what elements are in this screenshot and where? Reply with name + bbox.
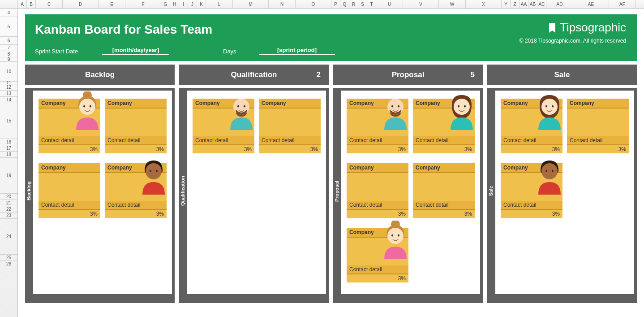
col-header-A[interactable]: A: [18, 0, 27, 9]
kanban-card[interactable]: CompanyContact detail3%: [501, 163, 562, 218]
svg-point-5: [150, 170, 151, 172]
col-header-O[interactable]: O: [296, 0, 331, 9]
col-header-AD[interactable]: AD: [546, 0, 573, 9]
row-header-5[interactable]: 5: [0, 17, 17, 37]
card-percent: 3%: [618, 145, 626, 153]
column-header[interactable]: Qualification2: [179, 65, 329, 85]
col-header-D[interactable]: D: [63, 0, 99, 9]
column-header[interactable]: Backlog: [25, 65, 175, 85]
cards-area[interactable]: CompanyContact detail3%CompanyContact de…: [341, 91, 480, 294]
row-header-6[interactable]: 6: [0, 37, 17, 45]
kanban-card[interactable]: CompanyContact detail3%: [193, 99, 254, 153]
row-header-12[interactable]: 12: [0, 84, 17, 91]
col-header-P[interactable]: P: [331, 0, 340, 9]
row-header-22[interactable]: 22: [0, 206, 17, 213]
kanban-card[interactable]: CompanyContact detail3%: [105, 163, 167, 218]
row-header-18[interactable]: 18: [0, 152, 17, 158]
card-company: Company: [347, 163, 408, 173]
col-header-L[interactable]: L: [206, 0, 233, 9]
column-vertical-label: Qualification: [179, 88, 187, 294]
kanban-card[interactable]: CompanyContact detail3%: [39, 99, 100, 153]
row-header-25[interactable]: 25: [0, 255, 17, 261]
avatar-icon: [138, 156, 169, 195]
column-title: Qualification: [231, 70, 277, 79]
avatar-icon: [380, 221, 411, 259]
col-header-Y[interactable]: Y: [502, 0, 511, 9]
col-header-AB[interactable]: AB: [528, 0, 537, 9]
cards-area[interactable]: CompanyContact detail3%CompanyContact de…: [33, 91, 172, 294]
row-header-23[interactable]: 23: [0, 213, 17, 219]
col-header-AC[interactable]: AC: [537, 0, 546, 9]
row-header-4[interactable]: 4: [0, 9, 17, 17]
col-header-Q[interactable]: Q: [340, 0, 349, 9]
row-header-7[interactable]: 7: [0, 45, 17, 51]
col-header-M[interactable]: M: [233, 0, 269, 9]
cards-area[interactable]: CompanyContact detail3%CompanyContact de…: [187, 91, 326, 294]
kanban-card[interactable]: CompanyContact detail3%: [501, 99, 562, 153]
col-header-AF[interactable]: AF: [609, 0, 636, 9]
column-header[interactable]: Sale: [487, 65, 637, 85]
col-header-T[interactable]: T: [367, 0, 376, 9]
kanban-card[interactable]: CompanyContact detail3%: [413, 163, 475, 218]
col-header-AA[interactable]: AA: [519, 0, 528, 9]
kanban-card[interactable]: CompanyContact detail3%: [567, 99, 629, 153]
svg-point-13: [454, 99, 470, 115]
kanban-card[interactable]: CompanyContact detail3%: [413, 99, 475, 153]
row-header-17[interactable]: 17: [0, 145, 17, 152]
page-title: Kanban Board for Sales Team: [35, 22, 627, 37]
column-body: SaleCompanyContact detail3%CompanyContac…: [487, 88, 637, 303]
row-header-9[interactable]: 9: [0, 57, 17, 62]
row-header-19[interactable]: 19: [0, 158, 17, 194]
col-header-U[interactable]: U: [376, 0, 403, 9]
row-header-13[interactable]: 13: [0, 91, 17, 97]
col-header-W[interactable]: W: [439, 0, 466, 9]
col-header-X[interactable]: X: [466, 0, 502, 9]
kanban-card[interactable]: CompanyContact detail3%: [39, 163, 100, 218]
row-header-10[interactable]: 10: [0, 62, 17, 82]
svg-point-19: [398, 234, 399, 237]
row-header-20[interactable]: 20: [0, 194, 17, 200]
svg-point-24: [545, 170, 547, 172]
col-header-J[interactable]: J: [188, 0, 197, 9]
card-percent: 3%: [464, 210, 472, 218]
column-count: 5: [471, 70, 475, 79]
col-header-S[interactable]: S: [358, 0, 367, 9]
col-header-H[interactable]: H: [170, 0, 179, 9]
col-header-AG[interactable]: AG: [636, 0, 644, 9]
column-header[interactable]: Proposal5: [333, 65, 483, 85]
row-header-24[interactable]: 24: [0, 219, 17, 255]
kanban-card[interactable]: CompanyContact detail3%: [259, 99, 321, 153]
kanban-card[interactable]: CompanyContact detail3%: [105, 99, 167, 153]
col-header-V[interactable]: V: [403, 0, 439, 9]
col-header-K[interactable]: K: [197, 0, 206, 9]
col-header-B[interactable]: B: [27, 0, 36, 9]
kanban-column-sale: SaleSaleCompanyContact detail3%CompanyCo…: [487, 65, 637, 303]
kanban-card[interactable]: CompanyContact detail3%: [347, 99, 408, 153]
col-header-I[interactable]: I: [179, 0, 188, 9]
row-header-26[interactable]: 26: [0, 261, 17, 267]
row-header-15[interactable]: 15: [0, 103, 17, 139]
kanban-card[interactable]: CompanyContact detail3%: [347, 163, 408, 218]
kanban-card[interactable]: CompanyContact detail3%: [347, 228, 408, 282]
avatar-icon: [534, 91, 565, 130]
row-header-16[interactable]: 16: [0, 139, 17, 145]
col-header-N[interactable]: N: [269, 0, 296, 9]
row-header-8[interactable]: 8: [0, 51, 17, 57]
days-input[interactable]: [sprint period]: [259, 47, 335, 55]
svg-point-3: [90, 105, 91, 108]
cards-area[interactable]: CompanyContact detail3%CompanyContact de…: [495, 91, 634, 294]
sprint-start-input[interactable]: [month/day/year]: [102, 47, 169, 55]
kanban-columns: BacklogBacklogCompanyContact detail3%Com…: [25, 65, 637, 303]
col-header-AE[interactable]: AE: [573, 0, 609, 9]
col-header-F[interactable]: F: [125, 0, 161, 9]
column-vertical-label: Proposal: [333, 88, 341, 294]
col-header-G[interactable]: G: [161, 0, 170, 9]
row-header-14[interactable]: 14: [0, 97, 17, 103]
column-vertical-label: Sale: [487, 88, 495, 294]
col-header-R[interactable]: R: [349, 0, 358, 9]
card-company: Company: [39, 163, 100, 173]
row-header-21[interactable]: 21: [0, 200, 17, 206]
col-header-C[interactable]: C: [36, 0, 63, 9]
col-header-Z[interactable]: Z: [511, 0, 519, 9]
col-header-E[interactable]: E: [99, 0, 125, 9]
